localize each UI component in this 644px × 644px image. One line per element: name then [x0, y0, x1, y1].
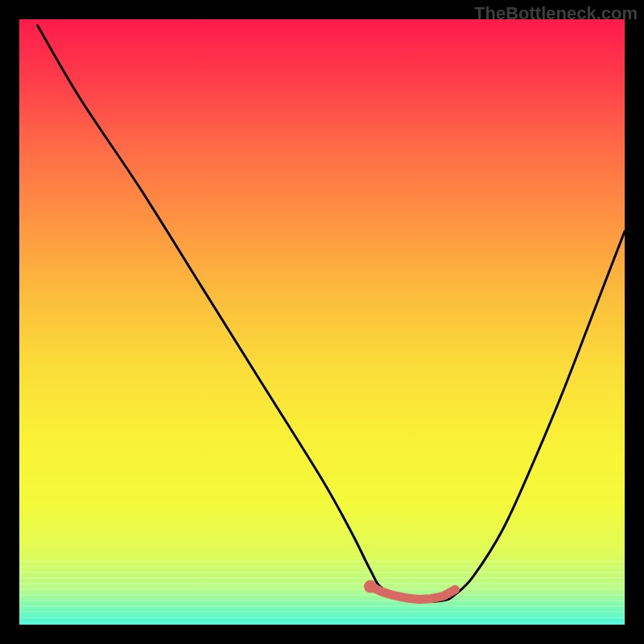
bottleneck-curve	[38, 26, 625, 602]
sweet-spot-line	[370, 587, 455, 600]
curve-layer	[19, 19, 625, 625]
attribution-text: TheBottleneck.com	[474, 3, 638, 24]
chart-root: TheBottleneck.com	[0, 0, 644, 644]
sweet-spot-dot	[364, 580, 377, 593]
plot-area	[19, 19, 625, 625]
